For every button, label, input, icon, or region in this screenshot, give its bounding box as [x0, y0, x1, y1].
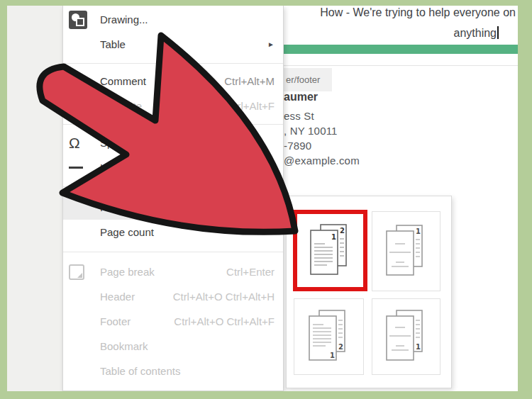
doc-header-accent-bar [284, 45, 518, 54]
document-text-anything: anything [454, 27, 497, 39]
shortcut-label: Ctrl+Enter [226, 266, 275, 278]
submenu-arrow-icon: ► [267, 40, 275, 48]
document-name-fragment: aumer [284, 91, 318, 103]
shortcut-label: Ctrl+Alt+O Ctrl+Alt+H [173, 291, 275, 303]
insert-menu: Drawing... Table ► Comment Ctrl+Alt+M Fo… [62, 6, 284, 391]
submenu-arrow-icon: ► [267, 203, 275, 211]
shortcut-label: Ctrl+Alt+F [226, 100, 275, 112]
menu-item-footnote: Footnote Ctrl+Alt+F [63, 94, 283, 118]
menu-separator [63, 63, 283, 64]
app-canvas: How - We're trying to help everyone on a… [7, 6, 518, 391]
menu-separator [63, 124, 283, 125]
menu-item-bookmark: Bookmark [63, 334, 283, 359]
svg-text:1: 1 [331, 233, 336, 241]
menu-item-footer: Footer Ctrl+Alt+O Ctrl+Alt+F [63, 309, 283, 334]
svg-text:2: 2 [340, 227, 345, 235]
menu-item-table[interactable]: Table ► [63, 32, 283, 57]
page-thumbnail: 2 1 [306, 310, 353, 364]
menu-item-table-of-contents: Table of contents [63, 359, 283, 383]
page-number-option-bottom-except-first[interactable]: 1 [372, 298, 440, 375]
page-break-icon [69, 264, 84, 280]
svg-text:1: 1 [330, 352, 335, 359]
page-number-option-bottom-every-page[interactable]: 2 1 [294, 298, 364, 375]
menu-item-comment[interactable]: Comment Ctrl+Alt+M [63, 69, 283, 94]
omega-icon: Ω [69, 135, 80, 150]
drawing-icon [63, 11, 100, 29]
menu-separator [63, 186, 283, 187]
menu-item-page-numbers[interactable]: Page numbers ► [63, 195, 283, 220]
menu-item-page-break: Page break Ctrl+Enter [63, 259, 283, 284]
screenshot-frame: How - We're trying to help everyone on a… [0, 0, 532, 399]
horizontal-line-icon [69, 167, 83, 169]
menu-item-special-characters[interactable]: Ω Special characters [63, 130, 283, 155]
page-numbers-submenu: 2 1 1 [286, 196, 452, 388]
page-number-option-top-except-first[interactable]: 1 [372, 211, 440, 291]
document-text-line-1: How - We're trying to help everyone on [320, 6, 516, 19]
text-cursor [497, 26, 499, 39]
page-thumbnail: 1 [383, 310, 430, 364]
page-thumbnail: 1 [383, 225, 430, 279]
menu-item-horizontal-line[interactable]: Horizontal line [63, 155, 283, 180]
menu-item-drawing[interactable]: Drawing... [63, 7, 283, 32]
page-thumbnail: 2 1 [307, 224, 354, 278]
svg-text:1: 1 [416, 227, 421, 235]
page-number-option-top-every-page[interactable]: 2 1 [293, 210, 367, 291]
header-footer-tab: er/footer [284, 68, 332, 91]
document-address-line: ess St [284, 110, 314, 122]
menu-item-page-count[interactable]: Page count [63, 220, 283, 245]
menu-item-header: Header Ctrl+Alt+O Ctrl+Alt+H [63, 284, 283, 309]
header-boundary-line [284, 65, 518, 66]
shortcut-label: Ctrl+Alt+O Ctrl+Alt+F [174, 315, 275, 327]
menu-separator [63, 252, 283, 252]
svg-text:2: 2 [338, 343, 343, 351]
document-address-line: , NY 10011 [284, 125, 338, 137]
shortcut-label: Ctrl+Alt+M [224, 75, 275, 87]
document-address-line: -7890 [284, 140, 311, 152]
document-address-line: @example.com [284, 154, 360, 167]
document-text-line-2: anything [454, 26, 499, 40]
svg-text:1: 1 [416, 343, 421, 351]
